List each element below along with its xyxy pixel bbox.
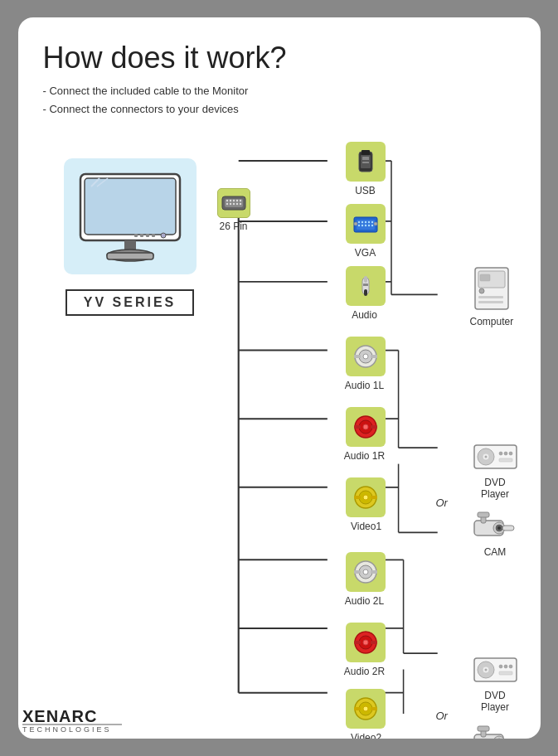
svg-point-78 [363,354,368,359]
svg-point-116 [499,452,502,455]
svg-rect-84 [354,425,361,429]
svg-point-98 [363,640,368,645]
svg-rect-99 [354,641,361,644]
svg-rect-74 [364,289,367,296]
svg-rect-110 [478,301,503,303]
svg-rect-105 [371,707,377,710]
yv-series-label: YV SERIES [84,295,176,309]
svg-rect-10 [152,234,155,237]
audio2l-icon [351,557,381,587]
left-panel: YV SERIES [43,158,217,316]
bullet: - Connect the connectors to your devices [43,100,516,119]
bullet: - Connect the included cable to the Moni… [43,82,516,100]
svg-point-47 [239,200,240,201]
xenarc-logo-svg: XENARC TECHNOLOGIES [18,702,126,735]
dvd2-device: DVD Player [473,652,518,713]
svg-rect-57 [362,162,369,163]
subtitle-text: - Connect the included cable to the Moni… [43,82,516,119]
svg-rect-79 [354,355,361,358]
video2-icon [351,694,381,724]
audio1r-label: Audio 1R [340,450,390,462]
svg-rect-100 [371,641,377,644]
audio2l-label: Audio 2L [340,595,390,607]
svg-point-88 [363,495,368,500]
dvd1-icon [473,439,518,476]
video2-connector-icon [346,689,386,729]
vga-icon [351,209,381,239]
svg-point-52 [239,203,240,205]
vga-label: VGA [346,247,386,259]
svg-rect-126 [502,526,514,531]
usb-connector-icon [346,142,386,182]
monitor-svg [76,170,184,265]
audio2r-label: Audio 2R [340,666,390,677]
svg-point-63 [367,221,369,223]
pin26-label: 26 Pin [219,220,247,232]
or-label-2: Or [436,710,448,722]
cam1-label: CAM [484,546,507,558]
right-panel: 26 Pin USB [217,133,516,714]
svg-rect-89 [354,496,361,499]
svg-rect-125 [478,512,489,517]
video2-label: Video2 [343,732,390,739]
svg-point-68 [371,221,372,223]
svg-point-62 [364,221,366,223]
svg-rect-73 [364,276,367,283]
audio1l-connector-icon [346,337,386,376]
svg-point-93 [363,569,368,574]
svg-rect-75 [363,284,368,286]
main-diagram-area: YV SERIES [43,133,516,714]
video1-connector-icon [346,477,386,517]
audio-connector-icon [346,266,386,306]
svg-point-132 [504,665,507,668]
svg-point-45 [232,200,234,201]
svg-rect-104 [354,707,361,710]
svg-rect-1 [85,178,176,235]
pin26-connector: 26 Pin [217,188,250,232]
audio-label: Audio [343,309,386,321]
svg-point-51 [235,203,237,205]
monitor-illustration [64,158,197,274]
dvd2-label: DVD Player [473,690,518,713]
svg-point-103 [363,706,368,711]
svg-rect-80 [371,355,377,358]
or-label-1: Or [436,497,448,509]
svg-point-46 [235,200,237,201]
svg-point-83 [363,424,368,429]
svg-rect-134 [499,671,512,675]
svg-rect-94 [354,570,361,574]
video1-label: Video1 [343,521,390,532]
cam1-icon [473,511,518,545]
svg-point-61 [361,221,362,223]
svg-point-66 [364,225,366,226]
cam2-icon [473,724,518,739]
svg-point-44 [229,200,230,201]
svg-text:XENARC: XENARC [22,707,97,725]
main-card: How does it work? - Connect the included… [18,17,541,739]
usb-label: USB [346,185,386,196]
audio2l-connector-icon [346,552,386,592]
svg-rect-6 [107,253,153,259]
svg-point-64 [357,225,359,226]
svg-rect-85 [371,425,377,429]
svg-point-60 [357,221,359,223]
audio1r-connector-icon [346,407,386,447]
svg-point-117 [504,452,507,455]
svg-rect-7 [134,234,138,237]
svg-rect-56 [362,157,369,160]
svg-point-50 [232,203,234,205]
svg-point-49 [229,203,230,205]
computer-device: Computer [470,266,514,327]
audio-icon [351,271,381,301]
audio1r-icon [351,412,381,442]
video1-icon [351,482,381,512]
svg-point-48 [226,203,227,205]
svg-point-123 [497,526,501,530]
cam1-device: CAM [473,511,518,558]
svg-rect-119 [499,458,512,462]
svg-rect-111 [480,274,490,281]
svg-text:TECHNOLOGIES: TECHNOLOGIES [22,725,112,734]
svg-point-115 [484,456,487,458]
dvd2-icon [473,652,518,689]
svg-rect-90 [371,496,377,499]
